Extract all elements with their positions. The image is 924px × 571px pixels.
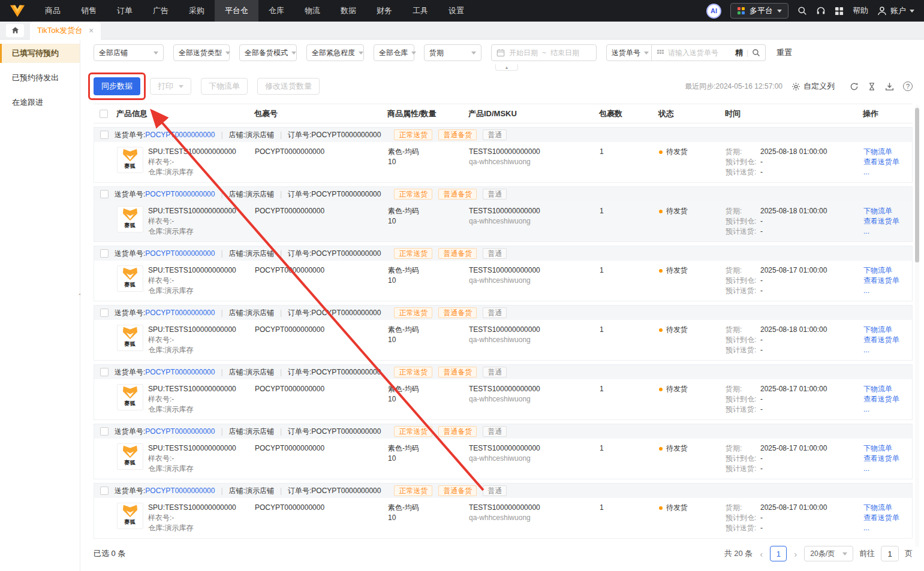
urgency-filter[interactable]: 全部紧急程度 [306,44,364,61]
refresh-icon[interactable] [850,82,859,91]
more-actions-link[interactable]: ... [863,345,914,355]
more-actions-link[interactable]: ... [863,464,914,474]
row-checkbox[interactable] [100,487,109,495]
nav-menu-item[interactable]: 订单 [107,0,143,22]
more-actions-link[interactable]: ... [863,286,914,296]
delivery-no-link[interactable]: POCYPT0000000000 [145,427,215,436]
logistics-link[interactable]: 下物流单 [863,206,914,216]
nav-menu-item[interactable]: 平台仓 [215,0,258,22]
view-delivery-link[interactable]: 查看送货单 [863,157,914,167]
page-size-select[interactable]: 20条/页 [804,546,853,561]
view-delivery-link[interactable]: 查看送货单 [863,276,914,286]
view-delivery-link[interactable]: 查看送货单 [863,513,914,523]
delivery-no-link[interactable]: POCYPT0000000000 [145,131,215,139]
logistics-order-button[interactable]: 下物流单 [201,78,248,95]
help-icon[interactable]: ? [903,81,913,91]
top-nav: 商品 销售 订单 广告 采购 平台仓 仓库 [0,0,924,22]
view-delivery-link[interactable]: 查看送货单 [863,394,914,404]
sidebar-item[interactable]: 在途跟进 [0,93,80,112]
delivery-no-link[interactable]: POCYPT0000000000 [145,368,215,376]
nav-menu-item[interactable]: 设置 [438,0,474,22]
search-icon[interactable] [797,6,807,16]
logistics-link[interactable]: 下物流单 [863,265,914,276]
nav-menu-item[interactable]: 工具 [402,0,438,22]
sidebar-item[interactable]: 已填写待预约 [0,44,80,63]
more-actions-link[interactable]: ... [863,167,914,177]
chevron-left-icon[interactable]: ‹ [759,549,764,558]
sidebar-item[interactable]: 已预约待发出 [0,68,80,87]
collapse-filters-tab[interactable]: ▲ [495,64,518,71]
multi-platform-button[interactable]: 多平台 [730,3,788,19]
search-field-select[interactable]: 送货单号 [606,44,652,61]
row-checkbox[interactable] [100,131,109,139]
delivery-no-link[interactable]: POCYPT0000000000 [145,487,215,495]
sync-data-button[interactable]: 同步数据 [94,77,140,95]
goto-page-input[interactable] [881,546,899,561]
delivery-no-link[interactable]: POCYPT0000000000 [145,309,215,317]
apps-grid-icon[interactable] [835,7,844,16]
logistics-link[interactable]: 下物流单 [863,325,914,335]
stock-mode-filter[interactable]: 全部备货模式 [239,44,297,61]
nav-menu-item[interactable]: 物流 [294,0,330,22]
hourglass-icon[interactable] [868,82,876,91]
nav-menu-item[interactable]: 广告 [143,0,179,22]
date-type-filter[interactable]: 货期 [424,44,481,61]
nav-menu-item[interactable]: 采购 [179,0,215,22]
date-range-picker[interactable]: 开始日期 ~ 结束日期 [491,44,597,61]
logistics-link[interactable]: 下物流单 [863,384,914,394]
nav-menu-item[interactable]: 仓库 [258,0,294,22]
date-range-separator: ~ [542,49,546,57]
view-delivery-link[interactable]: 查看送货单 [863,216,914,226]
delivery-no-link[interactable]: POCYPT0000000000 [145,190,215,198]
warehouse-filter[interactable]: 全部仓库 [374,44,414,61]
qty-text: 10 [388,454,462,464]
home-tab-button[interactable] [6,24,24,37]
close-icon[interactable]: × [89,26,94,35]
logistics-link[interactable]: 下物流单 [863,443,914,454]
headset-icon[interactable] [816,6,826,16]
more-actions-link[interactable]: ... [863,523,914,533]
logistics-link[interactable]: 下物流单 [863,503,914,513]
delivery-type-filter[interactable]: 全部送货类型 [173,44,230,61]
logistics-link[interactable]: 下物流单 [863,147,914,157]
delivery-no-link[interactable]: POCYPT0000000000 [145,249,215,258]
gear-icon [791,82,800,91]
current-page-button[interactable]: 1 [770,546,787,561]
nav-menu-item[interactable]: 财务 [366,0,402,22]
separator: | [221,368,222,376]
print-button[interactable]: 打印 [150,78,191,95]
view-delivery-link[interactable]: 查看送货单 [863,335,914,345]
more-actions-link[interactable]: ... [863,226,914,237]
nav-menu-item[interactable]: 数据 [330,0,366,22]
help-link[interactable]: 帮助 [853,5,868,16]
row-checkbox[interactable] [100,368,109,376]
search-icon[interactable] [752,49,760,57]
tag-urgency: 普通 [483,307,507,318]
nav-menu-item[interactable]: 销售 [71,0,107,22]
row-checkbox[interactable] [100,309,109,317]
more-actions-link[interactable]: ... [863,404,914,415]
modify-quantity-button[interactable]: 修改送货数量 [257,78,320,95]
reset-button[interactable]: 重置 [776,47,792,58]
spu-text: SPU:TESTS100000000000 [148,147,236,157]
end-date-placeholder[interactable]: 结束日期 [550,48,579,58]
row-checkbox[interactable] [100,190,109,198]
nav-menu-item[interactable]: 商品 [35,0,71,22]
start-date-placeholder[interactable]: 开始日期 [509,48,538,58]
store-filter[interactable]: 全部店铺 [94,44,164,61]
chevron-right-icon[interactable]: › [793,549,798,558]
time-label: 货期: [726,147,760,157]
download-icon[interactable] [885,82,894,91]
tab-tiktok-delivery[interactable]: TikTok发货台 × [30,22,101,40]
exact-match-toggle[interactable]: 精 [735,47,743,58]
row-checkbox[interactable] [100,249,109,258]
app-logo-icon[interactable] [0,0,35,22]
row-checkbox[interactable] [100,427,109,436]
search-input[interactable] [668,49,732,57]
view-delivery-link[interactable]: 查看送货单 [863,454,914,464]
scrollbar-thumb[interactable] [915,108,919,262]
ai-assistant-button[interactable]: AI [706,4,721,19]
custom-columns-button[interactable]: 自定义列 [791,81,835,92]
select-all-checkbox[interactable] [100,110,108,118]
account-menu[interactable]: 账户 [877,5,914,16]
